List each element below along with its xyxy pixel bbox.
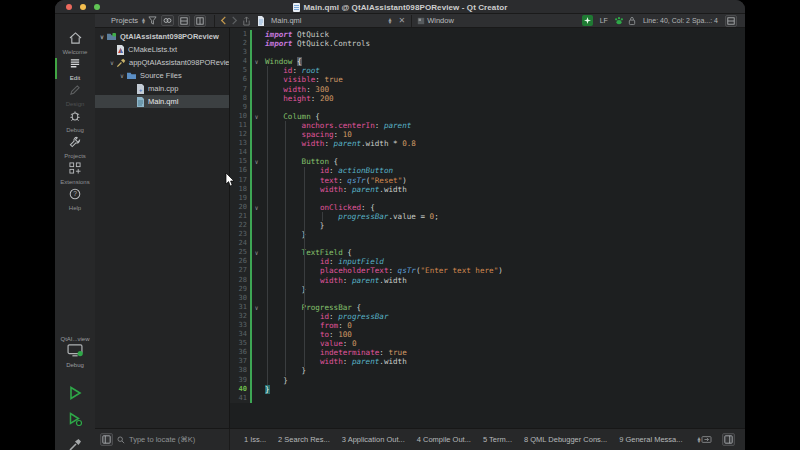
- chevron-down-icon[interactable]: ∨: [118, 72, 126, 79]
- code-line-28[interactable]: 28 width: parent.width: [230, 276, 745, 285]
- output-tab-5-term-[interactable]: 5 Term...: [483, 435, 512, 444]
- fold-marker-icon[interactable]: ∨: [252, 203, 261, 212]
- code-line-20[interactable]: 20∨ onClicked: {: [230, 203, 745, 212]
- line-ending-indicator[interactable]: LF: [600, 17, 608, 24]
- symbol-selector[interactable]: Window: [427, 16, 454, 25]
- line-number: 6: [230, 75, 250, 84]
- toggle-left-sidebar-icon[interactable]: [100, 433, 113, 446]
- fold-marker-icon[interactable]: ∨: [252, 303, 261, 312]
- close-document-icon[interactable]: ✕: [398, 16, 405, 25]
- code-line-32[interactable]: 32 id: progressBar: [230, 312, 745, 321]
- mode-help[interactable]: ?Help: [55, 186, 95, 211]
- go-forward-icon[interactable]: [231, 16, 238, 25]
- code-line-10[interactable]: 10∨ Column {: [230, 112, 745, 121]
- document-dropdown-icon[interactable]: ▲▼: [387, 18, 392, 24]
- code-line-41[interactable]: 41: [230, 394, 745, 403]
- kit-selector[interactable]: QtAI...view Debug: [55, 336, 95, 368]
- go-back-icon[interactable]: [220, 16, 227, 25]
- code-line-29[interactable]: 29 }: [230, 285, 745, 294]
- output-tab-4-compile-out-[interactable]: 4 Compile Out...: [417, 435, 471, 444]
- code-line-31[interactable]: 31∨ ProgressBar {: [230, 303, 745, 312]
- code-line-8[interactable]: 8 height: 200: [230, 94, 745, 103]
- code-line-30[interactable]: 30: [230, 294, 745, 303]
- filter-icon[interactable]: [148, 16, 157, 25]
- fold-marker-icon[interactable]: ∨: [252, 57, 261, 66]
- tree-item-qtaiassistant098poreview[interactable]: ∨QtAIAssistant098POReview: [95, 30, 229, 43]
- code-line-11[interactable]: 11 anchors.centerIn: parent: [230, 121, 745, 130]
- tree-item-main-cpp[interactable]: +main.cpp: [95, 82, 229, 95]
- split-pane-icon[interactable]: [178, 15, 190, 27]
- ai-assistant-icon[interactable]: [582, 15, 593, 26]
- fold-marker-icon[interactable]: ∨: [252, 248, 261, 257]
- code-line-35[interactable]: 35 value: 0: [230, 339, 745, 348]
- output-tab-1-iss-[interactable]: 1 Iss...: [244, 435, 266, 444]
- open-in-new-window-icon[interactable]: [194, 15, 206, 27]
- code-editor[interactable]: 1import QtQuick2import QtQuick.Controls3…: [230, 28, 745, 428]
- open-document-selector[interactable]: Main.qml: [271, 16, 301, 25]
- split-editor-icon[interactable]: [725, 15, 737, 27]
- code-line-4[interactable]: 4∨Window {: [230, 57, 745, 66]
- output-pane-maximize-icon[interactable]: [701, 435, 712, 444]
- fold-marker-icon[interactable]: ∨: [252, 157, 261, 166]
- mode-extensions[interactable]: Extensions: [55, 160, 95, 185]
- code-line-40[interactable]: 40}: [230, 385, 745, 394]
- output-tab-9-general-messa-[interactable]: 9 General Messa...: [619, 435, 682, 444]
- debug-run-button[interactable]: [68, 412, 82, 430]
- projects-pane-selector[interactable]: Projects ▲▼: [111, 16, 146, 25]
- code-line-7[interactable]: 7 width: 300: [230, 85, 745, 94]
- code-line-26[interactable]: 26 id: inputField: [230, 257, 745, 266]
- toggle-right-sidebar-icon[interactable]: [722, 433, 735, 446]
- tree-item-source-files[interactable]: ∨Source Files: [95, 69, 229, 82]
- code-line-5[interactable]: 5 id: root: [230, 66, 745, 75]
- code-line-34[interactable]: 34 to: 100: [230, 330, 745, 339]
- code-line-37[interactable]: 37 width: parent.width: [230, 357, 745, 366]
- code-line-22[interactable]: 22 }: [230, 221, 745, 230]
- cursor-position-indicator[interactable]: Line: 40, Col: 2 Spa...: 4: [643, 17, 718, 24]
- code-line-14[interactable]: 14: [230, 148, 745, 157]
- code-text: [261, 294, 265, 303]
- code-line-17[interactable]: 17 text: qsTr("Reset"): [230, 176, 745, 185]
- sync-with-editor-icon[interactable]: [161, 15, 174, 26]
- code-line-27[interactable]: 27 placeholderText: qsTr("Enter text her…: [230, 266, 745, 275]
- code-line-16[interactable]: 16 id: actionButton: [230, 166, 745, 175]
- mode-debug[interactable]: Debug: [55, 108, 95, 133]
- code-line-9[interactable]: 9: [230, 103, 745, 112]
- run-button[interactable]: [68, 386, 82, 404]
- fold-spacer: [252, 339, 261, 348]
- fold-marker-icon[interactable]: ∨: [252, 112, 261, 121]
- code-line-23[interactable]: 23 }: [230, 230, 745, 239]
- build-button[interactable]: [68, 438, 82, 450]
- code-line-1[interactable]: 1import QtQuick: [230, 30, 745, 39]
- titlebar[interactable]: Main.qml @ QtAIAssistant098POReview - Qt…: [55, 0, 745, 14]
- chevron-down-icon[interactable]: ∨: [98, 33, 106, 40]
- mode-projects[interactable]: Projects: [55, 134, 95, 159]
- code-line-6[interactable]: 6 visible: true: [230, 75, 745, 84]
- file-lock-icon[interactable]: [628, 16, 636, 26]
- test-paw-icon[interactable]: [614, 16, 624, 25]
- output-tab-2-search-res-[interactable]: 2 Search Res...: [278, 435, 330, 444]
- code-line-12[interactable]: 12 spacing: 10: [230, 130, 745, 139]
- code-line-3[interactable]: 3: [230, 48, 745, 57]
- chevron-down-icon[interactable]: ∨: [108, 59, 116, 66]
- code-line-38[interactable]: 38 }: [230, 366, 745, 375]
- code-line-36[interactable]: 36 indeterminate: true: [230, 348, 745, 357]
- mode-edit[interactable]: Edit: [55, 56, 95, 81]
- code-line-25[interactable]: 25∨ TextField {: [230, 248, 745, 257]
- code-line-39[interactable]: 39 }: [230, 376, 745, 385]
- locator-input[interactable]: Type to locate (⌘K): [129, 435, 195, 444]
- code-line-21[interactable]: 21 progressBar.value = 0;: [230, 212, 745, 221]
- output-tab-8-qml-debugger-cons-[interactable]: 8 QML Debugger Cons...: [524, 435, 607, 444]
- code-line-2[interactable]: 2import QtQuick.Controls: [230, 39, 745, 48]
- tree-item-cmakelists-txt[interactable]: CMakeLists.txt: [95, 43, 229, 56]
- code-line-15[interactable]: 15∨ Button {: [230, 157, 745, 166]
- code-line-13[interactable]: 13 width: parent.width * 0.8: [230, 139, 745, 148]
- code-line-24[interactable]: 24: [230, 239, 745, 248]
- code-line-33[interactable]: 33 from: 0: [230, 321, 745, 330]
- code-line-19[interactable]: 19: [230, 194, 745, 203]
- tree-item-appqtaiassistant098poreview[interactable]: ∨appQtAIAssistant098POReview: [95, 56, 229, 69]
- share-icon[interactable]: [242, 16, 251, 26]
- mode-welcome[interactable]: Welcome: [55, 30, 95, 55]
- tree-item-main-qml[interactable]: Main.qml: [95, 95, 229, 108]
- output-tab-3-application-out-[interactable]: 3 Application Out...: [342, 435, 405, 444]
- code-line-18[interactable]: 18 width: parent.width: [230, 185, 745, 194]
